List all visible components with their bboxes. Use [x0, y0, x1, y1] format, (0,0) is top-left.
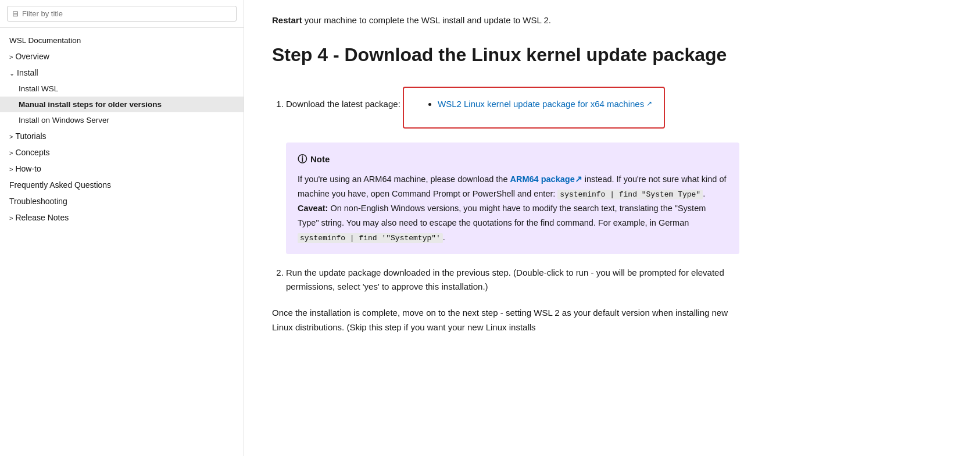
restart-rest: your machine to complete the WSL install…: [302, 15, 551, 25]
steps-list: Download the latest package: WSL2 Linux …: [272, 80, 739, 294]
download-box: WSL2 Linux kernel update package for x64…: [403, 87, 665, 129]
chevron-right-icon-2: >: [9, 133, 13, 140]
step-2-label: Run the update package downloaded in the…: [286, 268, 724, 291]
note-code-1: systeminfo | find "System Type": [557, 190, 703, 200]
sidebar-nav: WSL Documentation >Overview ⌄Install Ins…: [0, 28, 244, 230]
download-link-text: WSL2 Linux kernel update package for x64…: [438, 97, 644, 111]
filter-input[interactable]: [22, 9, 231, 18]
sidebar-item-release-notes[interactable]: >Release Notes: [0, 209, 244, 226]
arm64-link-text: ARM64 package: [510, 174, 575, 184]
download-link[interactable]: WSL2 Linux kernel update package for x64…: [438, 97, 652, 111]
filter-input-wrapper[interactable]: ⊟: [7, 6, 237, 22]
info-icon: ⓘ: [298, 152, 307, 167]
sidebar: ⊟ WSL Documentation >Overview ⌄Install I…: [0, 0, 244, 456]
step-2: Run the update package downloaded in the…: [286, 266, 739, 294]
note-body-4: On non-English Windows versions, you mig…: [298, 204, 706, 227]
filter-icon: ⊟: [12, 9, 19, 18]
note-title: Note: [310, 152, 330, 166]
main-content: Restart your machine to complete the WSL…: [244, 0, 767, 456]
sidebar-item-manual-install[interactable]: Manual install steps for older versions: [0, 97, 244, 112]
chevron-right-icon: >: [9, 54, 13, 60]
arm64-link[interactable]: ARM64 package↗: [510, 174, 582, 184]
note-body-1: If you're using an ARM64 machine, please…: [298, 174, 510, 184]
sidebar-item-tutorials[interactable]: >Tutorials: [0, 128, 244, 144]
filter-box: ⊟: [0, 0, 244, 28]
note-body-3: .: [703, 189, 705, 198]
step-1: Download the latest package: WSL2 Linux …: [286, 80, 739, 254]
note-body: If you're using an ARM64 machine, please…: [298, 172, 728, 244]
arm64-external-icon: ↗: [575, 174, 582, 184]
note-code-2: systeminfo | find '"Systemtyp"': [298, 233, 443, 243]
note-caveat-bold: Caveat:: [298, 204, 328, 213]
note-box: ⓘ Note If you're using an ARM64 machine,…: [286, 142, 739, 254]
step-heading: Step 4 - Download the Linux kernel updat…: [272, 44, 739, 66]
chevron-right-icon-4: >: [9, 166, 13, 173]
closing-text: Once the installation is complete, move …: [272, 305, 739, 335]
sidebar-item-wsl-doc[interactable]: WSL Documentation: [0, 33, 244, 48]
sidebar-item-howto[interactable]: >How-to: [0, 161, 244, 177]
sidebar-item-install-wsl[interactable]: Install WSL: [0, 81, 244, 97]
restart-bold: Restart: [272, 15, 302, 25]
restart-paragraph: Restart your machine to complete the WSL…: [272, 14, 739, 27]
sidebar-item-troubleshooting[interactable]: Troubleshooting: [0, 193, 244, 209]
chevron-down-icon: ⌄: [9, 70, 15, 77]
sidebar-item-concepts[interactable]: >Concepts: [0, 144, 244, 161]
sidebar-item-install-windows-server[interactable]: Install on Windows Server: [0, 112, 244, 128]
sidebar-item-faq[interactable]: Frequently Asked Questions: [0, 177, 244, 193]
note-header: ⓘ Note: [298, 152, 728, 167]
sidebar-item-install[interactable]: ⌄Install: [0, 65, 244, 81]
sidebar-item-overview[interactable]: >Overview: [0, 48, 244, 65]
chevron-right-icon-3: >: [9, 149, 13, 156]
note-body-5: .: [443, 233, 445, 242]
external-link-icon: ↗: [646, 98, 652, 109]
download-list-item: WSL2 Linux kernel update package for x64…: [438, 97, 652, 111]
chevron-right-icon-5: >: [9, 215, 13, 222]
step-1-label: Download the latest package:: [286, 99, 400, 109]
